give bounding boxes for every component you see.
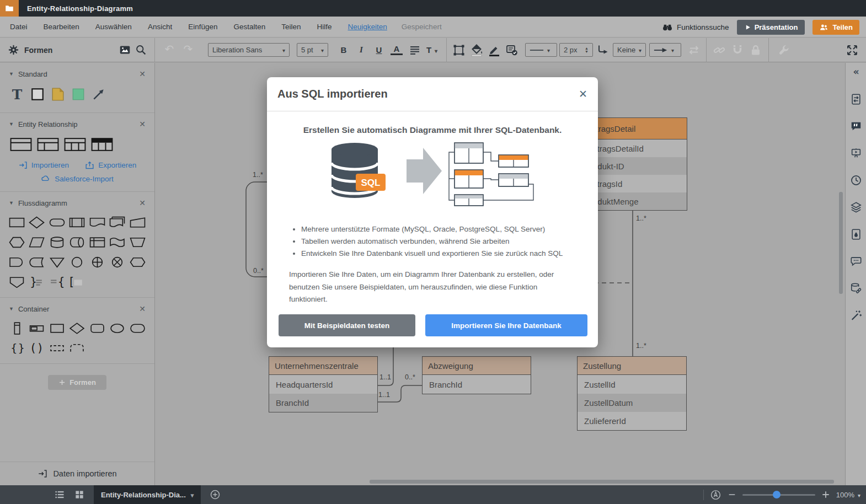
- image-icon[interactable]: [119, 44, 131, 56]
- grid-view-icon[interactable]: [74, 489, 85, 500]
- container-rect-icon[interactable]: [49, 322, 65, 335]
- zoom-slider-knob[interactable]: [773, 491, 781, 498]
- undo-icon[interactable]: ↶: [163, 44, 176, 57]
- section-caret-icon[interactable]: ▼: [9, 200, 14, 206]
- menu-auswaehlen[interactable]: Auswählen: [95, 23, 132, 31]
- flow-preparation-icon[interactable]: [9, 236, 25, 249]
- flow-brace-right-icon[interactable]: }: [29, 276, 45, 288]
- flow-card-icon[interactable]: [130, 216, 146, 229]
- redo-icon[interactable]: ↷: [181, 44, 195, 57]
- zoom-slider[interactable]: [742, 494, 815, 496]
- flow-document-icon[interactable]: [89, 216, 105, 229]
- container-parens-icon[interactable]: (): [29, 342, 45, 355]
- swap-arrows-icon[interactable]: [687, 44, 701, 57]
- close-icon[interactable]: ✕: [139, 69, 146, 78]
- flow-off-page-icon[interactable]: [9, 276, 25, 288]
- zoom-out-icon[interactable]: [728, 490, 736, 499]
- er-table-zustellung[interactable]: Zustellung ZustellId ZustellDatum Zulief…: [577, 356, 687, 431]
- container-diamond-icon[interactable]: [69, 322, 85, 335]
- er-table-abzweigung[interactable]: Abzweigung BranchId: [422, 356, 531, 394]
- comment-icon[interactable]: [850, 255, 862, 267]
- flow-terminal-icon[interactable]: [130, 256, 146, 269]
- flow-internal-storage-icon[interactable]: [89, 236, 105, 249]
- menu-gestalten[interactable]: Gestalten: [233, 23, 265, 31]
- close-icon[interactable]: ✕: [579, 88, 587, 100]
- underline-button[interactable]: U: [372, 45, 386, 55]
- container-pill-icon[interactable]: [130, 322, 146, 335]
- wrench-icon[interactable]: [777, 44, 790, 57]
- menu-datei[interactable]: Datei: [10, 23, 28, 31]
- import-link[interactable]: Importieren: [18, 160, 69, 170]
- bold-button[interactable]: B: [336, 45, 351, 55]
- menu-neuigkeiten[interactable]: Neuigkeiten: [348, 23, 387, 31]
- text-color-button[interactable]: A: [391, 45, 403, 55]
- vertical-scrollbar[interactable]: [839, 192, 843, 294]
- magnet-icon[interactable]: [731, 44, 744, 57]
- line-style-dropdown[interactable]: [525, 43, 557, 57]
- flow-terminator-icon[interactable]: [49, 216, 65, 229]
- horizontal-scrollbar[interactable]: [370, 480, 834, 484]
- square-shape-icon[interactable]: [30, 87, 45, 101]
- line-width-stepper[interactable]: 2 px ▲▼: [559, 43, 593, 57]
- text-tool-icon[interactable]: T: [10, 87, 24, 101]
- italic-button[interactable]: I: [354, 45, 368, 55]
- flow-direct-data-icon[interactable]: [69, 236, 85, 249]
- align-icon[interactable]: [408, 44, 421, 57]
- import-data-button[interactable]: Daten importieren: [0, 462, 154, 485]
- table-row[interactable]: BranchId: [423, 375, 531, 394]
- flow-stored-data-icon[interactable]: [29, 256, 45, 269]
- elbow-connector-icon[interactable]: [596, 44, 610, 57]
- close-icon[interactable]: ✕: [139, 304, 146, 313]
- gear-icon[interactable]: [8, 44, 19, 56]
- table-row[interactable]: ZuliefererId: [578, 412, 686, 430]
- menu-hilfe[interactable]: Hilfe: [317, 23, 332, 31]
- flow-data-icon[interactable]: [29, 236, 45, 249]
- page-arrows-icon[interactable]: [850, 93, 862, 105]
- close-icon[interactable]: ✕: [139, 120, 146, 128]
- arrow-shape-icon[interactable]: [92, 87, 106, 101]
- flow-database-icon[interactable]: [49, 236, 65, 249]
- table-row[interactable]: ZustellDatum: [578, 394, 686, 412]
- container-braces-icon[interactable]: {}: [9, 342, 25, 355]
- flow-or-icon[interactable]: [89, 256, 105, 269]
- table-row[interactable]: BranchId: [269, 394, 377, 412]
- font-size-dropdown[interactable]: 5 pt: [297, 43, 328, 57]
- link-icon[interactable]: [713, 44, 726, 57]
- search-icon[interactable]: [135, 44, 147, 56]
- folder-button[interactable]: [0, 0, 19, 17]
- menu-bearbeiten[interactable]: Bearbeiten: [44, 23, 79, 31]
- import-database-button[interactable]: Importieren Sie Ihre Datenbank: [425, 314, 587, 336]
- flow-text-box-icon[interactable]: [: [69, 276, 85, 288]
- er-table-unternehmenszentrale[interactable]: Unternehmenszentrale HeadquartersId Bran…: [269, 356, 378, 412]
- add-page-icon[interactable]: [210, 489, 221, 500]
- container-dashed-rounded-icon[interactable]: [69, 342, 85, 355]
- er-table-grid-icon[interactable]: [91, 137, 113, 152]
- arrow-style-dropdown[interactable]: [649, 43, 681, 57]
- green-square-shape-icon[interactable]: [71, 87, 85, 101]
- lock-icon[interactable]: [749, 44, 762, 57]
- table-row[interactable]: ZustellId: [578, 375, 686, 394]
- section-caret-icon[interactable]: ▼: [9, 71, 14, 77]
- menu-einfuegen[interactable]: Einfügen: [188, 23, 217, 31]
- flow-connector-icon[interactable]: [69, 256, 85, 269]
- line-color-icon[interactable]: [488, 44, 501, 57]
- frame-icon[interactable]: [452, 44, 466, 57]
- table-row[interactable]: HeadquartersId: [269, 375, 377, 394]
- fill-color-icon[interactable]: [470, 44, 483, 57]
- flow-delay-icon[interactable]: [9, 256, 25, 269]
- feature-search[interactable]: Funktionssuche: [662, 22, 729, 33]
- export-link[interactable]: Exportieren: [85, 160, 136, 170]
- container-horizontal-icon[interactable]: [29, 322, 45, 335]
- menu-teilen[interactable]: Teilen: [281, 23, 301, 31]
- sample-data-button[interactable]: Mit Beispieldaten testen: [279, 314, 415, 336]
- container-vertical-icon[interactable]: [9, 322, 25, 335]
- fit-view-icon[interactable]: [710, 489, 721, 501]
- container-ellipse-icon[interactable]: [109, 322, 125, 335]
- container-rounded-icon[interactable]: [89, 322, 105, 335]
- menu-ansicht[interactable]: Ansicht: [148, 23, 172, 31]
- presentation-button[interactable]: Präsentation: [737, 20, 805, 35]
- list-view-icon[interactable]: [54, 489, 65, 500]
- close-icon[interactable]: ✕: [139, 199, 146, 207]
- flow-process-icon[interactable]: [9, 216, 25, 229]
- section-caret-icon[interactable]: ▼: [9, 121, 14, 127]
